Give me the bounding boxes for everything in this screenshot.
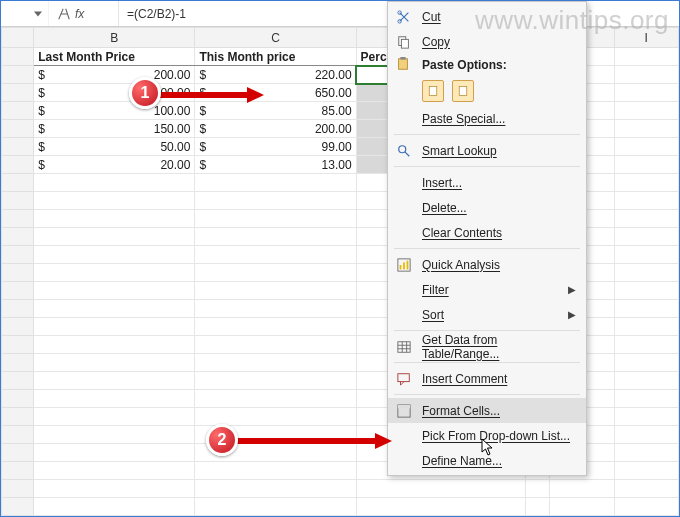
col-header-i: I bbox=[614, 28, 679, 48]
ctx-quick-analysis[interactable]: Quick Analysis bbox=[388, 252, 586, 277]
ctx-insert[interactable]: Insert... bbox=[388, 170, 586, 195]
svg-rect-16 bbox=[398, 404, 410, 408]
svg-rect-10 bbox=[400, 265, 402, 269]
scissors-icon bbox=[396, 9, 412, 25]
chevron-right-icon: ▶ bbox=[568, 284, 576, 295]
copy-icon bbox=[396, 34, 412, 50]
col-header-c: C bbox=[195, 28, 356, 48]
row-header[interactable] bbox=[2, 48, 34, 66]
svg-rect-3 bbox=[401, 39, 408, 48]
paste-default-button[interactable] bbox=[422, 80, 444, 102]
fx-label: fx bbox=[75, 7, 84, 21]
clipboard-icon bbox=[396, 57, 412, 73]
ctx-filter[interactable]: Filter ▶ bbox=[388, 277, 586, 302]
fx-button[interactable]: fx bbox=[49, 1, 119, 26]
ctx-copy[interactable]: Copy bbox=[388, 29, 586, 54]
svg-rect-4 bbox=[399, 59, 408, 70]
quick-analysis-icon bbox=[396, 257, 412, 273]
header-b: Last Month Price bbox=[34, 48, 195, 66]
svg-rect-5 bbox=[400, 57, 405, 60]
search-icon bbox=[396, 143, 412, 159]
ctx-paste-special[interactable]: Paste Special... bbox=[388, 106, 586, 131]
svg-point-8 bbox=[399, 145, 406, 152]
paste-values-button[interactable] bbox=[452, 80, 474, 102]
ctx-paste-options: Paste Options: bbox=[388, 54, 586, 76]
svg-rect-7 bbox=[459, 87, 467, 96]
ctx-paste-buttons bbox=[388, 76, 586, 106]
ctx-define-name[interactable]: Define Name... bbox=[388, 448, 586, 473]
header-c: This Month price bbox=[195, 48, 356, 66]
context-menu: Cut Copy Paste Options: Paste Special...… bbox=[387, 1, 587, 476]
ctx-pick-list[interactable]: Pick From Drop-down List... bbox=[388, 423, 586, 448]
ctx-format-cells[interactable]: Format Cells... bbox=[388, 398, 586, 423]
ctx-cut-label: Cut bbox=[422, 10, 441, 24]
table-icon bbox=[396, 339, 412, 355]
svg-rect-11 bbox=[403, 262, 405, 269]
svg-rect-14 bbox=[398, 373, 409, 381]
svg-rect-12 bbox=[407, 260, 409, 269]
ctx-copy-label: Copy bbox=[422, 35, 450, 49]
name-box-dropdown[interactable] bbox=[1, 1, 49, 26]
ctx-sort[interactable]: Sort ▶ bbox=[388, 302, 586, 327]
svg-rect-6 bbox=[429, 87, 437, 96]
annotation-badge-1: 1 bbox=[129, 77, 161, 109]
chevron-right-icon: ▶ bbox=[568, 309, 576, 320]
ctx-clear[interactable]: Clear Contents bbox=[388, 220, 586, 245]
ctx-insert-comment[interactable]: Insert Comment bbox=[388, 366, 586, 391]
ctx-get-data[interactable]: Get Data from Table/Range... bbox=[388, 334, 586, 359]
ctx-delete[interactable]: Delete... bbox=[388, 195, 586, 220]
annotation-badge-2: 2 bbox=[206, 424, 238, 456]
col-header-b: B bbox=[34, 28, 195, 48]
ctx-cut[interactable]: Cut bbox=[388, 4, 586, 29]
format-cells-icon bbox=[396, 403, 412, 419]
ctx-smart-lookup[interactable]: Smart Lookup bbox=[388, 138, 586, 163]
comment-icon bbox=[396, 371, 412, 387]
svg-rect-13 bbox=[398, 341, 410, 352]
